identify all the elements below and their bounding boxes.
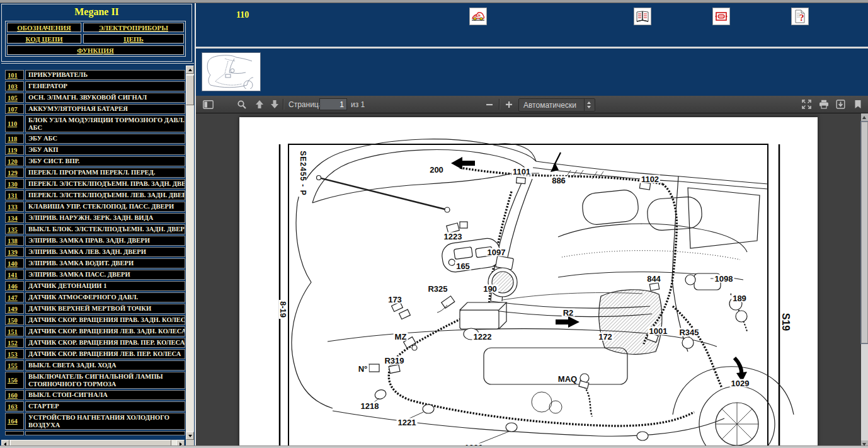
list-item: 133КЛАВИША УПР. СТЕКЛОПОД. ПАСС. ДВЕРИ <box>5 202 185 212</box>
component-code-link[interactable]: 120 <box>8 158 18 165</box>
component-code-link[interactable]: 153 <box>8 351 18 358</box>
scroll-up-button[interactable] <box>186 66 194 74</box>
component-code-link[interactable]: 133 <box>8 204 18 210</box>
component-list-rows: 101ПРИКУРИВАТЕЛЬ103ГЕНЕРАТОР105ОСН. ЭЛМА… <box>5 70 185 435</box>
next-page-button[interactable] <box>268 98 282 111</box>
component-description: УСТРОЙСТВО НАГНЕТАНИЯ ХОЛОДНОГО ВОЗДУХА <box>25 413 185 430</box>
component-code-link[interactable]: 138 <box>8 238 18 244</box>
triangle-up-icon <box>862 116 866 119</box>
component-description: ЭЛПРИВ. ЗАМКА ЛЕВ. ЗАДН. ДВЕРИ <box>25 247 185 257</box>
list-item: 119ЭБУ АКП <box>5 145 185 155</box>
nav-button-funktsiya[interactable]: ФУНКЦИЯ <box>7 45 184 55</box>
print-button[interactable] <box>817 98 831 111</box>
component-code-link[interactable]: 141 <box>8 272 18 279</box>
component-description: ВЫКЛ. СВЕТА ЗАДН. ХОДА <box>25 360 185 370</box>
zoom-out-button[interactable] <box>483 98 496 111</box>
help-icon[interactable]: ? <box>791 8 809 25</box>
nav-button-tsep[interactable]: ЦЕПЬ <box>83 34 184 43</box>
list-item: 103ГЕНЕРАТОР <box>5 81 185 91</box>
diagram-label-1101: 1101 <box>511 168 532 176</box>
pdf-viewport[interactable]: SE2455 - P8-19S1920011018861102122310971… <box>196 113 868 448</box>
component-description: ПЕРЕКЛ. ЭЛСТЕКЛПОДЪЕМН. ПРАВ. ЗАДН. ДВЕР… <box>25 179 185 189</box>
previous-page-button[interactable] <box>253 98 266 111</box>
scroll-up-button[interactable] <box>861 113 868 121</box>
zoom-in-button[interactable] <box>502 98 516 111</box>
model-title: Megane II <box>2 6 191 18</box>
nav-button-oboznacheniya[interactable]: ОБОЗНАЧЕНИЯ <box>7 23 81 32</box>
component-code-link[interactable]: 107 <box>8 106 18 113</box>
diagram-label-R345: R345 <box>678 328 700 336</box>
component-code-link[interactable]: 164 <box>8 418 18 425</box>
list-item: 141ЭЛПРИВ. ЗАМКА ПАСС. ДВЕРИ <box>5 270 185 280</box>
component-code-link[interactable]: 101 <box>8 72 18 79</box>
page-number-input[interactable] <box>319 98 347 110</box>
component-list-vertical-scrollbar[interactable] <box>186 66 194 440</box>
triangle-up-icon <box>188 69 192 71</box>
list-item: 105ОСН. ЭЛМАГН. ЗВУКОВОЙ СИГНАЛ <box>5 93 185 103</box>
component-description: ЭБУ СИСТ. ВПР. <box>25 156 185 166</box>
component-code-link[interactable]: 135 <box>8 226 18 233</box>
pdf-viewer: Страница: из 1 Автоматически <box>196 96 868 448</box>
component-glyph <box>714 9 729 24</box>
component-code-link[interactable]: 130 <box>8 181 18 188</box>
component-description: СТАРТЕР <box>25 401 185 411</box>
component-description: ЭЛПРИВ. ЗАМКА ВОДИТ. ДВЕРИ <box>25 258 185 268</box>
component-code-link[interactable]: 139 <box>8 249 18 256</box>
component-description: ДАТЧИК ДЕТОНАЦИИ 1 <box>25 281 185 291</box>
component-code-link[interactable]: 160 <box>8 392 18 399</box>
component-code-link[interactable]: 156 <box>8 377 18 384</box>
wiring-book-icon[interactable] <box>634 8 651 25</box>
nav-button-group: ОБОЗНАЧЕНИЯ ЭЛЕКТРОПРИБОРЫ КОД ЦЕПИ ЦЕПЬ… <box>5 21 186 57</box>
list-item: 134ЭЛПРИВ. НАРУЖН. ЗЕРК. ЗАДН. ВИДА <box>5 213 185 223</box>
component-code-link[interactable]: 155 <box>8 362 18 369</box>
scroll-down-button[interactable] <box>186 432 194 440</box>
component-code-link[interactable]: 110 <box>8 120 17 127</box>
component-code-link[interactable]: 105 <box>8 95 18 101</box>
component-code-link[interactable]: 152 <box>8 340 18 347</box>
component-code-link[interactable]: 119 <box>8 147 17 154</box>
component-code-link[interactable]: 149 <box>8 306 18 313</box>
panel-divider <box>195 3 196 448</box>
nav-button-electropribory[interactable]: ЭЛЕКТРОПРИБОРЫ <box>83 23 184 32</box>
zoom-mode-select[interactable]: Автоматически <box>518 98 595 112</box>
window-bottom-edge <box>0 445 868 448</box>
component-code-link[interactable]: 129 <box>8 169 18 176</box>
toolbar-separator <box>499 99 500 110</box>
book-glyph <box>635 9 650 24</box>
diagram-label-1102: 1102 <box>640 175 660 183</box>
component-code-link[interactable]: 134 <box>8 215 18 222</box>
search-button[interactable] <box>235 98 249 111</box>
diagram-label-8-19: 8-19 <box>279 300 287 319</box>
presentation-mode-button[interactable] <box>799 98 813 111</box>
component-description: ДАТЧИК СКОР. ВРАЩЕНИЯ ЛЕВ. ПЕР. КОЛЕСА <box>25 349 185 359</box>
diagram-label-1029: 1029 <box>730 379 751 388</box>
pdf-vertical-scrollbar[interactable] <box>861 113 868 448</box>
component-code-link[interactable]: 118 <box>8 135 17 142</box>
bookmark-button[interactable] <box>851 98 865 111</box>
nav-button-kod-tsepi[interactable]: КОД ЦЕПИ <box>7 34 81 43</box>
list-item: 138ЭЛПРИВ. ЗАМКА ПРАВ. ЗАДН. ДВЕРИ <box>5 236 185 246</box>
svg-text:?: ? <box>799 13 804 23</box>
component-code-link[interactable]: 147 <box>8 294 18 301</box>
component-code-link[interactable]: 151 <box>8 328 18 335</box>
component-locator-icon[interactable] <box>712 8 730 25</box>
component-code-link[interactable]: 146 <box>8 283 18 290</box>
scroll-thumb[interactable] <box>186 75 194 105</box>
component-code-link[interactable]: 163 <box>8 403 18 410</box>
download-button[interactable] <box>833 98 847 111</box>
list-item: 152ДАТЧИК СКОР. ВРАЩЕНИЯ ПРАВ. ПЕР. КОЛЕ… <box>5 338 185 348</box>
component-description: ДАТЧИК ВЕРХНЕЙ МЕРТВОЙ ТОЧКИ <box>25 304 185 314</box>
component-code-link[interactable]: 140 <box>8 260 18 267</box>
component-description: ЭБУ АКП <box>25 145 185 155</box>
diagram-thumbnail[interactable] <box>202 53 260 91</box>
scroll-track[interactable] <box>186 74 194 432</box>
component-description: АККУМУЛЯТОРНАЯ БАТАРЕЯ <box>25 104 185 114</box>
component-code-link[interactable]: 150 <box>8 317 18 324</box>
component-description: ДАТЧИК СКОР. ВРАЩЕНИЯ ПРАВ. ПЕР. КОЛЕСА <box>25 338 185 348</box>
sidebar-toggle-button[interactable] <box>201 98 215 111</box>
car-schematic-icon[interactable] <box>469 8 487 25</box>
component-code-link[interactable]: 131 <box>8 192 18 199</box>
scroll-thumb[interactable] <box>861 122 868 343</box>
download-icon <box>836 100 845 109</box>
component-code-link[interactable]: 103 <box>8 83 18 90</box>
